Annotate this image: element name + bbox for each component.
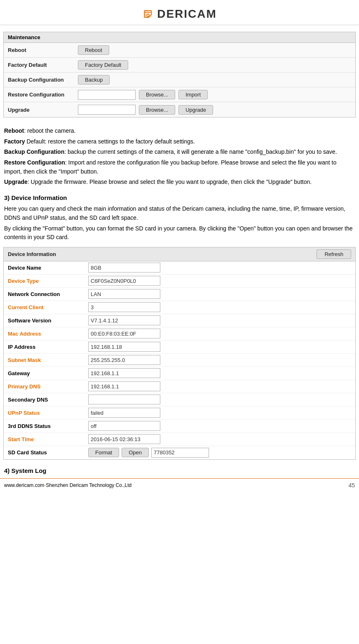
footer-left: www.dericam.com-Shenzhen Dericam Technol… <box>4 482 131 488</box>
gateway-input[interactable] <box>88 368 160 378</box>
upnp-status-controls <box>86 407 162 418</box>
device-name-label: Device Name <box>4 263 86 273</box>
desc-upgrade: Upgrade: Upgrade the firmware. Please br… <box>4 178 355 187</box>
current-client-controls <box>86 301 162 313</box>
device-info-panel-header: Device Information Refresh <box>4 247 355 261</box>
ip-address-controls <box>86 341 162 353</box>
format-button[interactable]: Format <box>88 448 119 457</box>
upnp-status-row: UPnP Status <box>4 407 355 420</box>
restore-config-input[interactable] <box>78 90 136 100</box>
sd-card-number-input[interactable] <box>151 448 209 458</box>
ddns-status-input[interactable] <box>88 421 160 431</box>
device-type-controls <box>86 275 162 287</box>
reboot-row: Reboot Reboot <box>4 43 355 58</box>
upgrade-row: Upgrade Browse... Upgrade <box>4 102 355 117</box>
restore-config-label: Restore Configuration <box>8 92 78 98</box>
mac-address-input[interactable] <box>88 329 160 338</box>
factory-default-button[interactable]: Factory Default <box>78 60 128 70</box>
footer: www.dericam.com-Shenzhen Dericam Technol… <box>0 478 359 492</box>
ip-address-input[interactable] <box>88 342 160 352</box>
primary-dns-controls <box>86 381 162 392</box>
secondary-dns-label: Secondary DNS <box>4 395 86 404</box>
sd-card-status-label: SD Card Status <box>4 448 86 457</box>
secondary-dns-controls <box>86 394 162 405</box>
desc-factory-bold: Factory <box>4 138 25 145</box>
upnp-status-input[interactable] <box>88 408 160 418</box>
desc-restore-bold: Restore Configuration <box>4 159 65 166</box>
network-connection-label: Network Connection <box>4 289 86 299</box>
device-info-heading: 3) Device Information <box>4 194 355 201</box>
software-version-input[interactable] <box>88 315 160 325</box>
desc-upgrade-bold: Upgrade <box>4 179 28 185</box>
factory-default-row: Factory Default Factory Default <box>4 58 355 73</box>
subnet-mask-row: Subnet Mask <box>4 354 355 367</box>
ip-address-row: IP Address <box>4 341 355 354</box>
upnp-status-label: UPnP Status <box>4 408 86 418</box>
device-type-label: Device Type <box>4 276 86 286</box>
secondary-dns-row: Secondary DNS <box>4 393 355 407</box>
start-time-row: Start Time <box>4 433 355 446</box>
mac-address-label: Mac Address <box>4 329 86 338</box>
backup-config-controls: Backup <box>78 75 110 85</box>
secondary-dns-input[interactable] <box>88 395 160 404</box>
gateway-row: Gateway <box>4 367 355 380</box>
backup-config-row: Backup Configuration Backup <box>4 73 355 87</box>
backup-button[interactable]: Backup <box>78 75 110 85</box>
restore-browse-button[interactable]: Browse... <box>139 90 175 99</box>
factory-default-label: Factory Default <box>8 62 78 68</box>
ddns-status-row: 3rd DDNS Status <box>4 420 355 433</box>
brand-name: DERICAM <box>157 7 217 21</box>
desc-backup: Backup Configuration: backup the current… <box>4 148 355 157</box>
software-version-row: Software Version <box>4 314 355 327</box>
upgrade-input[interactable] <box>78 105 136 115</box>
reboot-controls: Reboot <box>78 45 109 55</box>
footer-website: www.dericam.com <box>4 482 44 488</box>
gateway-controls <box>86 367 162 379</box>
page-number: 45 <box>348 482 355 489</box>
current-client-label: Current Client <box>4 303 86 312</box>
system-log-heading: 4) System Log <box>4 467 355 474</box>
desc-reboot-bold: Reboot <box>4 127 24 134</box>
open-button[interactable]: Open <box>122 448 149 457</box>
maintenance-panel: Maintenance Reboot Reboot Factory Defaul… <box>3 32 356 118</box>
footer-company: Shenzhen Dericam Technology Co.,Ltd <box>46 482 131 488</box>
mac-address-controls <box>86 328 162 339</box>
start-time-input[interactable] <box>88 434 160 444</box>
network-connection-input[interactable] <box>88 289 160 299</box>
start-time-controls <box>86 433 162 445</box>
device-type-row: Device Type <box>4 275 355 288</box>
sd-card-status-controls: Format Open <box>86 447 211 458</box>
primary-dns-input[interactable] <box>88 381 160 391</box>
upgrade-controls: Browse... Upgrade <box>78 105 213 115</box>
sd-card-status-row: SD Card Status Format Open <box>4 446 355 459</box>
reboot-button[interactable]: Reboot <box>78 45 109 55</box>
dericam-logo-icon <box>142 8 154 20</box>
import-button[interactable]: Import <box>178 90 208 99</box>
mac-address-row: Mac Address <box>4 327 355 341</box>
backup-config-label: Backup Configuration <box>8 77 78 83</box>
software-version-label: Software Version <box>4 316 86 325</box>
restore-config-controls: Browse... Import <box>78 90 208 100</box>
primary-dns-row: Primary DNS <box>4 380 355 393</box>
device-name-controls <box>86 262 162 273</box>
refresh-button[interactable]: Refresh <box>317 249 351 259</box>
desc-backup-bold: Backup Configuration <box>4 148 64 155</box>
device-type-input[interactable] <box>88 276 160 286</box>
ddns-status-label: 3rd DDNS Status <box>4 421 86 431</box>
desc-factory: Factory Default: restore the camera sett… <box>4 137 355 146</box>
ip-address-label: IP Address <box>4 342 86 352</box>
device-info-panel-title: Device Information <box>8 251 56 257</box>
current-client-input[interactable] <box>88 302 160 312</box>
subnet-mask-controls <box>86 354 162 366</box>
upgrade-browse-button[interactable]: Browse... <box>139 105 175 115</box>
restore-config-row: Restore Configuration Browse... Import <box>4 87 355 102</box>
upgrade-button[interactable]: Upgrade <box>178 105 213 115</box>
network-connection-controls <box>86 288 162 300</box>
network-connection-row: Network Connection <box>4 288 355 301</box>
ddns-status-controls <box>86 420 162 432</box>
device-name-input[interactable] <box>88 263 160 273</box>
desc-reboot: Reboot: reboot the camera. <box>4 127 355 136</box>
description-section: Reboot: reboot the camera. Factory Defau… <box>0 125 359 190</box>
desc-restore: Restore Configuration: Import and restor… <box>4 158 355 176</box>
subnet-mask-input[interactable] <box>88 355 160 365</box>
